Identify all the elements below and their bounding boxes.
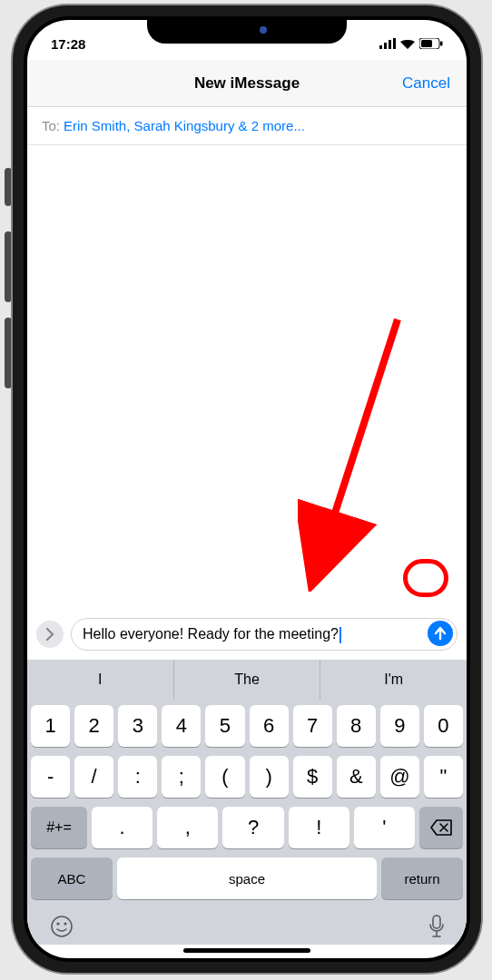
key-rparen[interactable]: ): [250, 756, 289, 798]
svg-rect-1: [384, 43, 387, 49]
svg-rect-5: [421, 40, 432, 47]
to-value: Erin Smith, Sarah Kingsbury & 2 more...: [64, 118, 305, 133]
emoji-button[interactable]: [49, 914, 74, 943]
key-2[interactable]: 2: [74, 705, 113, 747]
key-colon[interactable]: :: [118, 756, 157, 798]
cancel-button[interactable]: Cancel: [402, 74, 450, 93]
key-quote[interactable]: ": [424, 756, 463, 798]
svg-rect-0: [379, 45, 382, 49]
key-9[interactable]: 9: [380, 705, 419, 747]
svg-point-9: [64, 922, 66, 925]
page-title: New iMessage: [194, 74, 300, 93]
suggestion-1[interactable]: I: [27, 660, 174, 700]
key-7[interactable]: 7: [293, 705, 332, 747]
backspace-icon: [430, 819, 452, 836]
svg-point-8: [56, 922, 59, 925]
svg-point-7: [52, 916, 72, 936]
key-0[interactable]: 0: [424, 705, 463, 747]
to-label: To:: [42, 118, 60, 133]
key-semicolon[interactable]: ;: [162, 756, 201, 798]
key-amp[interactable]: &: [337, 756, 376, 798]
message-input[interactable]: Hello everyone! Ready for the meeting?: [71, 618, 458, 651]
key-4[interactable]: 4: [162, 705, 201, 747]
cellular-icon: [379, 38, 396, 49]
svg-rect-6: [440, 42, 443, 46]
key-slash[interactable]: /: [74, 756, 113, 798]
key-dollar[interactable]: $: [293, 756, 332, 798]
compose-header: New iMessage Cancel: [27, 60, 467, 107]
home-indicator[interactable]: [183, 948, 310, 953]
conversation-pane: [27, 145, 467, 612]
key-8[interactable]: 8: [337, 705, 376, 747]
keyboard: 1 2 3 4 5 6 7 8 9 0 - / : ; ( ): [27, 700, 467, 906]
suggestion-3[interactable]: I'm: [320, 660, 467, 700]
key-5[interactable]: 5: [205, 705, 244, 747]
expand-apps-button[interactable]: [36, 621, 64, 648]
battery-icon: [419, 38, 443, 49]
key-apostrophe[interactable]: ': [354, 807, 415, 848]
key-6[interactable]: 6: [250, 705, 289, 747]
key-exclaim[interactable]: !: [289, 807, 349, 848]
dictation-button[interactable]: [428, 915, 445, 942]
recipients-field[interactable]: To: Erin Smith, Sarah Kingsbury & 2 more…: [27, 107, 467, 145]
key-lparen[interactable]: (: [205, 756, 244, 798]
key-symbols-shift[interactable]: #+=: [31, 807, 87, 848]
microphone-icon: [428, 915, 445, 938]
send-button[interactable]: [428, 621, 453, 646]
key-space[interactable]: space: [117, 858, 377, 899]
key-backspace[interactable]: [419, 807, 463, 848]
svg-rect-2: [389, 40, 391, 49]
key-question[interactable]: ?: [222, 807, 283, 848]
quicktype-bar: I The I'm: [27, 660, 467, 700]
key-period[interactable]: .: [92, 807, 153, 848]
key-abc[interactable]: ABC: [31, 858, 113, 899]
key-at[interactable]: @: [380, 756, 419, 798]
svg-rect-3: [393, 38, 396, 49]
compose-row: Hello everyone! Ready for the meeting?: [27, 612, 467, 660]
arrow-up-icon: [434, 626, 447, 641]
key-comma[interactable]: ,: [157, 807, 218, 848]
wifi-icon: [400, 38, 415, 49]
key-dash[interactable]: -: [31, 756, 70, 798]
message-text: Hello everyone! Ready for the meeting?: [83, 626, 339, 642]
status-time: 17:28: [51, 36, 85, 52]
emoji-icon: [49, 914, 74, 939]
key-1[interactable]: 1: [31, 705, 70, 747]
key-3[interactable]: 3: [118, 705, 157, 747]
suggestion-2[interactable]: The: [174, 660, 321, 700]
svg-rect-10: [433, 916, 440, 928]
key-return[interactable]: return: [381, 858, 463, 899]
chevron-right-icon: [45, 628, 54, 641]
